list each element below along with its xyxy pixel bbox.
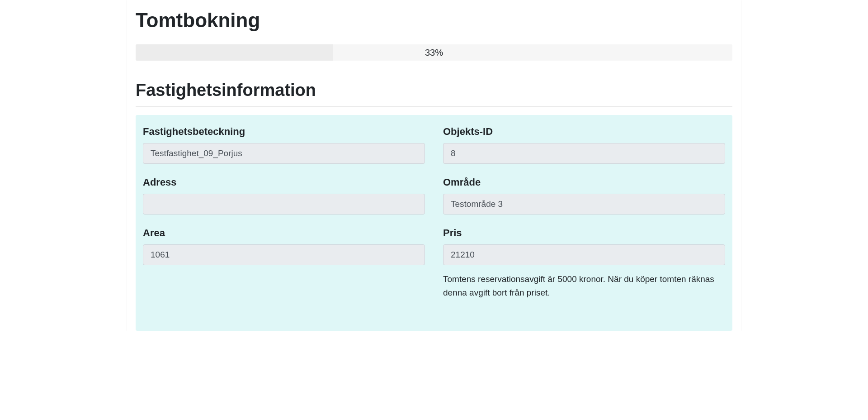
adress-input[interactable]: [143, 194, 425, 215]
objekts-id-input[interactable]: [443, 143, 725, 164]
progress-bar-container: 33%: [136, 44, 732, 61]
page-title: Tomtbokning: [136, 9, 732, 32]
property-info-panel: Fastighetsbeteckning Objekts-ID Adress O: [136, 115, 732, 331]
area-label: Area: [143, 227, 425, 239]
objekts-id-label: Objekts-ID: [443, 126, 725, 138]
main-content: Tomtbokning 33% Fastighetsinformation Fa…: [127, 9, 741, 331]
form-col-right: Objekts-ID: [443, 126, 725, 173]
form-row-3: Area Pris Tomtens reservationsavgift är …: [143, 227, 725, 300]
fastighetsbeteckning-label: Fastighetsbeteckning: [143, 126, 425, 138]
page-wrapper: Tomtbokning 33% Fastighetsinformation Fa…: [0, 0, 868, 331]
fastighetsbeteckning-input[interactable]: [143, 143, 425, 164]
area-input[interactable]: [143, 244, 425, 265]
form-col-right: Pris Tomtens reservationsavgift är 5000 …: [443, 227, 725, 300]
form-col-left: Adress: [143, 177, 425, 224]
omrade-input[interactable]: [443, 194, 725, 215]
form-col-left: Area: [143, 227, 425, 300]
form-col-left: Fastighetsbeteckning: [143, 126, 425, 173]
form-row-1: Fastighetsbeteckning Objekts-ID: [143, 126, 725, 173]
pris-label: Pris: [443, 227, 725, 239]
pris-input[interactable]: [443, 244, 725, 265]
main-container: Tomtbokning 33% Fastighetsinformation Fa…: [127, 0, 741, 331]
adress-label: Adress: [143, 177, 425, 188]
form-col-right: Område: [443, 177, 725, 224]
section-title: Fastighetsinformation: [136, 81, 732, 107]
reservation-fee-help-text: Tomtens reservationsavgift är 5000 krono…: [443, 272, 725, 300]
omrade-label: Område: [443, 177, 725, 188]
form-row-2: Adress Område: [143, 177, 725, 224]
progress-bar-label: 33%: [136, 44, 732, 61]
